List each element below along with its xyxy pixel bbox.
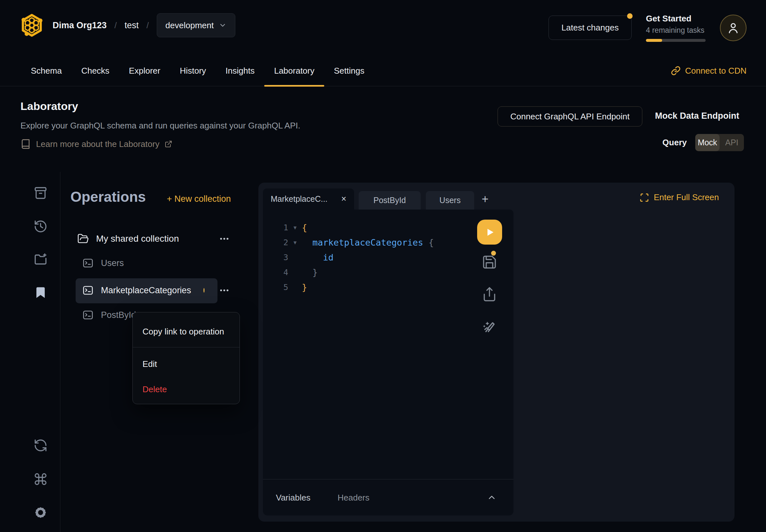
person-icon [726,21,740,35]
add-tab-button[interactable]: + [482,192,489,206]
tab-settings[interactable]: Settings [324,55,374,86]
get-started-widget[interactable]: Get Started 4 remaining tasks [646,14,706,42]
chevron-down-icon [219,21,226,29]
breadcrumb-separator: / [146,20,149,30]
enter-fullscreen-label: Enter Full Screen [654,192,719,202]
page-title: Laboratory [20,100,78,113]
unsaved-changes-dot [203,288,204,293]
operation-row-postbyid[interactable]: PostById [82,309,136,321]
latest-changes-button[interactable]: Latest changes [549,16,632,40]
operation-context-menu: Copy link to operation Edit Delete [132,312,240,404]
collection-header-row[interactable]: My shared collection [77,233,230,245]
learn-more-label: Learn more about the Laboratory [36,139,159,149]
settings-gear-icon[interactable] [33,505,48,520]
latest-changes-label: Latest changes [562,23,619,32]
graphql-code-editor[interactable]: 1 ▾ { 2 ▾ marketplaceCategories { 3 id 4… [263,210,514,479]
share-operation-icon[interactable] [482,286,497,302]
toggle-option-api[interactable]: API [720,134,744,151]
operation-icon [82,309,94,321]
variables-tab[interactable]: Variables [276,479,310,516]
header: Dima Org123 / test / development [19,13,235,38]
close-tab-icon[interactable]: × [341,195,346,203]
code-line[interactable]: 5 } [263,280,514,295]
operation-name: Users [101,258,124,268]
get-started-subtitle: 4 remaining tasks [646,26,706,35]
new-folder-icon[interactable] [33,252,48,267]
query-editor-panel: MarketplaceC... × PostById Users + Enter… [258,183,735,522]
get-started-title: Get Started [646,14,706,24]
menu-item-delete[interactable]: Delete [142,384,167,394]
enter-fullscreen-link[interactable]: Enter Full Screen [639,192,719,202]
tab-explorer[interactable]: Explorer [119,55,170,86]
breadcrumb: Dima Org123 / test / development [53,13,235,37]
user-avatar[interactable] [720,15,747,41]
history-icon[interactable] [33,219,48,234]
chevron-up-icon [487,493,497,502]
header-actions: Latest changes Get Started 4 remaining t… [549,14,747,42]
operation-icon [82,257,94,269]
menu-divider [133,347,239,347]
menu-item-edit[interactable]: Edit [142,359,157,369]
run-query-button[interactable] [477,220,502,245]
book-icon [20,139,31,149]
collection-name: My shared collection [96,234,179,244]
target-selector[interactable]: development [157,13,236,37]
query-endpoint-toggle: Mock API [695,134,744,151]
mock-data-endpoint-label[interactable]: Mock Data Endpoint [655,111,739,121]
command-shortcuts-icon[interactable] [33,472,48,486]
breadcrumb-separator: / [115,20,117,30]
menu-item-copy-link[interactable]: Copy link to operation [142,327,224,337]
page-header: Laboratory Explore your GraphQL schema a… [0,86,766,173]
editor-tab-marketplacecategories[interactable]: MarketplaceC... × [263,188,354,210]
operation-name: MarketplaceCategories [101,285,191,296]
org-name[interactable]: Dima Org123 [53,20,107,30]
get-started-progressbar [646,39,706,42]
tab-history[interactable]: History [170,55,216,86]
connect-graphql-endpoint-button[interactable]: Connect GraphQL API Endpoint [498,106,642,127]
laboratory-page: Dima Org123 / test / development Latest … [0,0,766,532]
operations-title: Operations [70,189,146,205]
toggle-option-mock[interactable]: Mock [695,134,720,151]
prettify-code-icon[interactable] [481,318,498,335]
operation-row-marketplacecategories[interactable]: MarketplaceCategories [82,284,230,296]
fullscreen-icon [639,193,649,202]
tab-schema[interactable]: Schema [21,55,71,86]
get-started-progress-fill [646,39,662,42]
tab-insights[interactable]: Insights [216,55,264,86]
new-collection-button[interactable]: + New collection [167,194,231,204]
external-link-icon [164,140,172,148]
bookmark-icon[interactable] [33,285,48,300]
fold-icon[interactable]: ▾ [288,239,302,246]
collapse-panel-button[interactable] [487,479,497,516]
target-selector-value: development [165,20,214,30]
page-description: Explore your GraphQL schema and run quer… [20,121,300,131]
hive-logo-icon[interactable] [19,13,44,38]
tab-checks[interactable]: Checks [71,55,119,86]
code-line[interactable]: 3 id [263,250,514,265]
tab-laboratory[interactable]: Laboratory [264,55,324,86]
save-operation-icon[interactable] [482,254,497,270]
fold-icon[interactable]: ▾ [288,224,302,231]
code-line[interactable]: 1 ▾ { [263,220,514,235]
refresh-icon[interactable] [33,438,48,453]
headers-tab[interactable]: Headers [337,479,369,516]
collections-icon[interactable] [33,186,48,200]
collection-menu-button[interactable] [219,233,230,244]
operation-menu-button[interactable] [219,285,230,296]
code-line[interactable]: 4 } [263,265,514,280]
code-line[interactable]: 2 ▾ marketplaceCategories { [263,235,514,250]
learn-more-link[interactable]: Learn more about the Laboratory [20,139,172,149]
operation-name: PostById [101,310,136,320]
editor-tab-users[interactable]: Users [426,191,474,210]
editor-bottom-bar: Variables Headers [263,479,514,515]
nav-tabbar: Schema Checks Explorer History Insights … [0,55,766,86]
nav-tabs: Schema Checks Explorer History Insights … [21,55,374,86]
laboratory-sidebar [0,172,60,532]
operation-icon [82,284,94,296]
editor-tab-postbyid[interactable]: PostById [359,191,421,210]
notification-dot [627,13,633,19]
connect-to-cdn-link[interactable]: Connect to CDN [671,55,747,86]
operation-row-users[interactable]: Users [82,257,124,269]
project-name[interactable]: test [125,20,139,30]
query-endpoint-toggle-row: Query Mock API [663,134,744,151]
